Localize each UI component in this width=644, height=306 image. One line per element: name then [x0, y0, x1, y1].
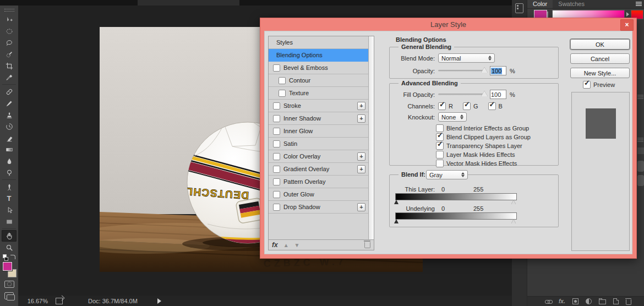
tool-path-selection[interactable]: [2, 204, 17, 216]
slider-thumb-icon[interactable]: [481, 91, 488, 96]
cancel-button[interactable]: Cancel: [570, 53, 630, 64]
preview-checkbox[interactable]: ✓: [583, 81, 591, 89]
new-group-icon[interactable]: [599, 299, 606, 304]
add-instance-button[interactable]: +: [357, 114, 365, 123]
checkbox[interactable]: [273, 140, 280, 147]
close-icon[interactable]: ×: [620, 19, 634, 31]
blend-if-dropdown[interactable]: Gray: [426, 170, 468, 179]
delete-layer-icon[interactable]: [626, 299, 631, 305]
checkbox[interactable]: [273, 115, 280, 122]
tool-dodge[interactable]: [2, 167, 17, 178]
opacity-value-field[interactable]: 100: [490, 66, 506, 75]
checkbox[interactable]: [273, 64, 280, 72]
quick-mask-button[interactable]: [4, 281, 14, 288]
option-blend-clipped[interactable]: ✓Blend Clipped Layers as Group: [436, 133, 531, 141]
screen-mode-button[interactable]: [4, 292, 14, 299]
tool-type[interactable]: T: [2, 193, 17, 204]
style-row-satin[interactable]: Satin: [269, 138, 369, 150]
export-icon[interactable]: [56, 298, 63, 304]
foreground-color-swatch[interactable]: [3, 262, 12, 271]
option-vector-mask-hides[interactable]: Vector Mask Hides Effects: [436, 159, 517, 167]
checkbox[interactable]: [273, 128, 280, 135]
style-row-blending-options[interactable]: Blending Options: [269, 49, 369, 62]
tab-color[interactable]: Color: [527, 0, 553, 8]
tool-history-brush[interactable]: [2, 121, 17, 132]
checkbox[interactable]: [273, 153, 280, 160]
status-options-arrow-icon[interactable]: [157, 298, 161, 304]
tool-blur[interactable]: [2, 155, 17, 167]
tool-eraser[interactable]: [2, 132, 17, 144]
ok-button[interactable]: OK: [570, 39, 630, 50]
panel-menu-icon[interactable]: [636, 2, 642, 6]
checkbox[interactable]: [273, 191, 280, 198]
checkbox[interactable]: [273, 178, 280, 185]
tool-clone-stamp[interactable]: [2, 109, 17, 121]
tool-shape[interactable]: [2, 216, 17, 227]
tab-swatches[interactable]: Swatches: [553, 0, 590, 8]
style-row-gradient-overlay[interactable]: Gradient Overlay+: [269, 163, 369, 176]
this-layer-gradient-bar[interactable]: [395, 193, 517, 200]
tool-marquee[interactable]: [2, 25, 17, 37]
checkbox[interactable]: [273, 102, 280, 110]
channel-b-checkbox[interactable]: ✓: [488, 102, 496, 110]
option-layer-mask-hides[interactable]: Layer Mask Hides Effects: [436, 150, 515, 159]
add-instance-button[interactable]: +: [357, 102, 365, 110]
style-row-styles[interactable]: Styles: [269, 36, 369, 49]
knockout-dropdown[interactable]: None: [438, 112, 467, 122]
fill-opacity-value-field[interactable]: 100: [490, 90, 506, 99]
channel-r-checkbox[interactable]: ✓: [438, 102, 446, 110]
opacity-slider[interactable]: [438, 70, 484, 72]
channel-g-checkbox[interactable]: ✓: [463, 102, 471, 110]
delete-style-icon[interactable]: [364, 242, 370, 248]
this-layer-right-thumb[interactable]: [511, 200, 516, 204]
adjustment-layer-icon[interactable]: [586, 298, 592, 304]
panel-button[interactable]: [637, 147, 644, 154]
underlying-right-thumb[interactable]: [511, 219, 516, 223]
move-style-down-icon[interactable]: ▼: [294, 242, 300, 248]
underlying-left-thumb[interactable]: [394, 219, 399, 223]
tool-zoom[interactable]: [2, 242, 17, 253]
add-instance-button[interactable]: +: [357, 203, 365, 211]
style-row-outer-glow[interactable]: Outer Glow: [269, 188, 369, 201]
underlying-layer-gradient-bar[interactable]: [395, 212, 517, 220]
panel-menu-icon[interactable]: [637, 138, 643, 139]
document-size-info[interactable]: Doc: 36.7M/84.0M: [88, 298, 138, 304]
tool-spot-healing[interactable]: [2, 86, 17, 97]
tool-quick-selection[interactable]: [2, 48, 17, 60]
add-instance-button[interactable]: +: [357, 152, 365, 161]
tool-brush[interactable]: [2, 97, 17, 109]
checkbox[interactable]: [273, 204, 280, 211]
tool-eyedropper[interactable]: [2, 72, 17, 83]
link-layers-icon[interactable]: [545, 300, 552, 303]
style-row-stroke[interactable]: Stroke+: [269, 100, 369, 112]
panel-button[interactable]: [637, 175, 644, 186]
style-row-inner-shadow[interactable]: Inner Shadow+: [269, 112, 369, 125]
move-style-up-icon[interactable]: ▲: [283, 242, 289, 248]
fill-adjustment-icon[interactable]: [572, 298, 578, 304]
slider-thumb-icon[interactable]: [481, 67, 488, 73]
tool-move[interactable]: [2, 14, 17, 25]
new-layer-icon[interactable]: [613, 298, 619, 304]
option-blend-interior[interactable]: Blend Interior Effects as Group: [436, 124, 529, 132]
style-row-pattern-overlay[interactable]: Pattern Overlay: [269, 176, 369, 188]
preview-option[interactable]: ✓ Preview: [583, 81, 615, 89]
tool-hand[interactable]: [2, 230, 17, 242]
layer-fx-icon[interactable]: fx.: [559, 298, 565, 304]
tool-lasso[interactable]: [2, 37, 17, 48]
new-style-button[interactable]: New Style...: [570, 68, 630, 78]
tool-pen[interactable]: [2, 181, 17, 193]
zoom-level[interactable]: 16.67%: [15, 298, 48, 304]
add-instance-button[interactable]: +: [357, 165, 365, 173]
tool-crop[interactable]: [2, 60, 17, 72]
blend-mode-dropdown[interactable]: Normal: [438, 53, 495, 63]
swap-colors-icon[interactable]: [10, 255, 15, 259]
style-row-color-overlay[interactable]: Color Overlay+: [269, 150, 369, 163]
panel-collapse-handle[interactable]: [4, 9, 14, 12]
checkbox[interactable]: ✓: [436, 142, 444, 150]
tool-gradient[interactable]: [2, 144, 17, 155]
checkbox[interactable]: [436, 160, 444, 167]
document-tab[interactable]: [138, 0, 239, 6]
style-row-contour[interactable]: Contour: [269, 74, 369, 87]
checkbox[interactable]: [273, 166, 280, 173]
fx-menu-button[interactable]: fx: [272, 241, 278, 249]
